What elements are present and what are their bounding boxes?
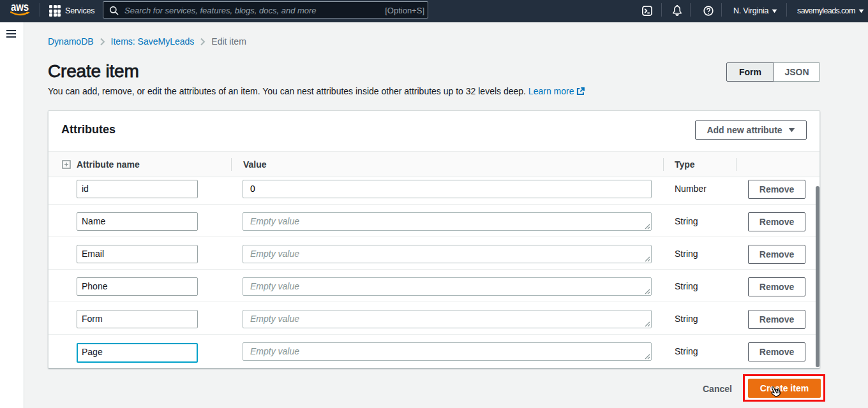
svg-text:aws: aws: [11, 0, 29, 13]
